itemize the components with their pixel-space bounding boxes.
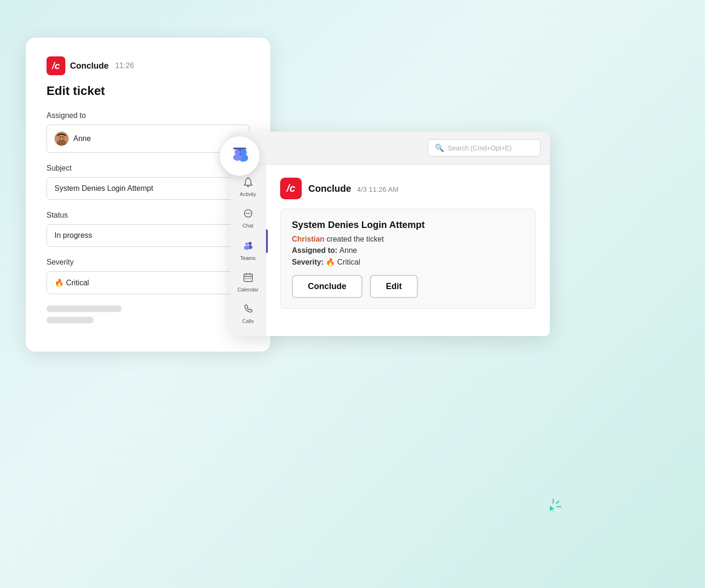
notif-subject: System Denies Login Attempt (292, 220, 524, 230)
sidebar-item-teams[interactable]: Teams (233, 235, 263, 266)
teams-label: Teams (240, 255, 255, 261)
status-label: Status (47, 211, 250, 220)
conclude-logo-lg-text: /c (287, 182, 295, 195)
svg-rect-24 (245, 278, 247, 279)
assigned-label: Assigned to (47, 111, 250, 120)
activity-label: Activity (240, 191, 256, 197)
notif-timestamp: 4/3 11:26 AM (357, 185, 399, 193)
notif-title-group: Conclude 4/3 11:26 AM (308, 183, 399, 194)
svg-point-16 (248, 242, 251, 245)
notif-severity-label: Severity: (292, 258, 326, 266)
teams-logo-circle (220, 136, 259, 176)
notif-assigned-label: Assigned to: (292, 246, 339, 254)
calendar-icon (243, 272, 253, 285)
anne-avatar (55, 132, 69, 146)
sidebar-item-chat[interactable]: Chat (233, 204, 263, 233)
notif-creator-line: Christian created the ticket (292, 235, 524, 243)
conclude-logo: /c (47, 56, 65, 75)
skeleton-line-1 (47, 306, 122, 312)
assigned-to-input[interactable]: Anne × (47, 125, 250, 153)
svg-rect-26 (250, 278, 251, 279)
notif-actions: Conclude Edit (292, 275, 524, 298)
teams-body: Activity Chat (230, 165, 550, 336)
assigned-value: Anne (73, 134, 91, 143)
svg-point-4 (60, 136, 61, 138)
svg-point-15 (249, 213, 250, 214)
svg-line-28 (556, 501, 559, 503)
svg-rect-25 (247, 278, 249, 279)
svg-point-14 (247, 213, 248, 214)
notif-creator-action: created the ticket (327, 235, 384, 243)
notif-app-name: Conclude (308, 183, 351, 194)
subject-value: System Denies Login Attempt (55, 184, 153, 193)
teams-sidebar-nav: Activity Chat (230, 165, 266, 336)
teams-icon (243, 240, 254, 253)
notif-severity-value: 🔥 Critical (326, 258, 360, 266)
card-app-name: Conclude (70, 61, 109, 71)
svg-point-18 (245, 243, 248, 245)
notif-severity-line: Severity: 🔥 Critical (292, 258, 524, 267)
svg-point-19 (244, 246, 250, 250)
assigned-inner: Anne (55, 132, 91, 146)
severity-value: 🔥 Critical (55, 278, 89, 287)
notif-assigned-value: Anne (339, 246, 357, 254)
teams-content: /c Conclude 4/3 11:26 AM System Denies L… (266, 165, 550, 336)
chat-icon (243, 208, 253, 221)
card-timestamp: 11:26 (115, 62, 134, 70)
subject-input[interactable]: System Denies Login Attempt (47, 177, 250, 200)
card-title: Edit ticket (47, 84, 250, 98)
conclude-logo-large: /c (280, 178, 302, 199)
notif-box: System Denies Login Attempt Christian cr… (280, 209, 536, 309)
sidebar-item-calls[interactable]: Calls (233, 299, 263, 329)
notif-creator: Christian (292, 235, 324, 243)
notif-assigned-line: Assigned to: Anne (292, 246, 524, 255)
notification-header: /c Conclude 4/3 11:26 AM (280, 178, 536, 199)
status-input[interactable]: In progress (47, 224, 250, 247)
card-header: /c Conclude 11:26 (47, 56, 250, 75)
calls-label: Calls (242, 318, 253, 324)
calls-icon (243, 304, 253, 316)
sidebar-item-calendar[interactable]: Calendar (233, 267, 263, 297)
svg-point-11 (233, 154, 242, 161)
skeleton-line-2 (47, 317, 94, 323)
activity-icon (243, 177, 253, 189)
subject-label: Subject (47, 164, 250, 172)
status-value: In progress (55, 231, 92, 240)
teams-logo-svg (227, 143, 253, 169)
conclude-logo-text: /c (52, 61, 60, 71)
chat-label: Chat (243, 223, 253, 228)
calendar-label: Calendar (237, 287, 258, 292)
conclude-button[interactable]: Conclude (292, 275, 362, 298)
severity-label: Severity (47, 258, 250, 267)
teams-container: 🔍 Search (Cmd+Opt+E) Activity (230, 132, 550, 336)
search-icon: 🔍 (435, 143, 444, 152)
svg-point-5 (62, 136, 63, 138)
svg-point-13 (246, 213, 247, 214)
cursor-pointer (545, 498, 562, 515)
edit-button[interactable]: Edit (370, 275, 418, 298)
search-placeholder: Search (Cmd+Opt+E) (448, 144, 511, 152)
search-bar[interactable]: 🔍 Search (Cmd+Opt+E) (428, 139, 540, 157)
teams-header: 🔍 Search (Cmd+Opt+E) (230, 132, 550, 165)
sidebar-item-activity[interactable]: Activity (233, 172, 263, 202)
severity-input[interactable]: 🔥 Critical (47, 271, 250, 294)
teams-active-indicator (266, 229, 268, 253)
